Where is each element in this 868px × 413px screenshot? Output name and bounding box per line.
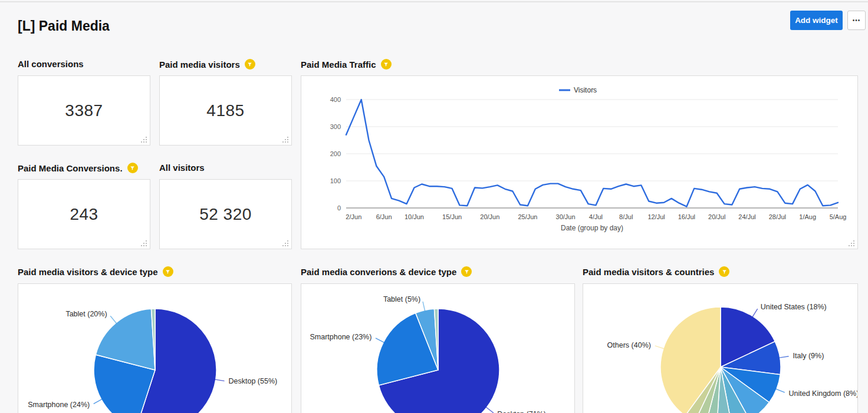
- resize-grip-icon[interactable]: [141, 240, 147, 247]
- kpi-card-all-visitors: 52 320: [159, 179, 292, 249]
- add-widget-button[interactable]: Add widget: [790, 11, 843, 30]
- svg-text:2/Jun: 2/Jun: [346, 213, 361, 220]
- page-top-divider: [0, 1, 868, 2]
- kpi-value: 4185: [160, 76, 291, 145]
- kpi-value: 3387: [18, 76, 150, 145]
- kpi-title-all-visitors: All visitors: [159, 163, 205, 173]
- pie-visitors-countries-title: Paid media visitors & countries: [583, 266, 729, 277]
- kpi-card-paid-media-visitors: 4185: [159, 75, 292, 146]
- kpi-value: 52 320: [160, 180, 291, 249]
- svg-text:400: 400: [330, 96, 341, 103]
- svg-text:12/Jul: 12/Jul: [647, 213, 665, 220]
- svg-text:United Kingdom (8%): United Kingdom (8%): [789, 389, 857, 398]
- kpi-title-paid-media-conversions: Paid Media Conversions.: [18, 163, 138, 173]
- svg-text:Others (40%): Others (40%): [607, 341, 651, 349]
- svg-text:10/Jun: 10/Jun: [405, 213, 424, 220]
- svg-text:Tablet (5%): Tablet (5%): [383, 295, 420, 303]
- svg-text:5/Aug: 5/Aug: [830, 213, 847, 220]
- svg-text:28/Jul: 28/Jul: [769, 213, 786, 220]
- svg-text:Desktop (55%): Desktop (55%): [228, 377, 277, 385]
- svg-text:100: 100: [330, 177, 341, 184]
- svg-text:1/Aug: 1/Aug: [799, 213, 816, 220]
- pie-chart-visitors-device: Desktop (55%)Smartphone (24%)Tablet (20%…: [18, 284, 291, 413]
- svg-text:20/Jun: 20/Jun: [480, 213, 499, 220]
- svg-text:15/Jun: 15/Jun: [442, 213, 462, 220]
- filter-icon[interactable]: [719, 266, 729, 277]
- svg-text:200: 200: [330, 150, 341, 157]
- resize-grip-icon[interactable]: [141, 137, 147, 143]
- svg-text:25/Jun: 25/Jun: [518, 213, 537, 220]
- traffic-chart-card: 01002003004002/Jun6/Jun10/Jun15/Jun20/Ju…: [301, 75, 858, 249]
- svg-text:8/Jul: 8/Jul: [619, 213, 633, 220]
- pie-visitors-device-card: Desktop (55%)Smartphone (24%)Tablet (20%…: [18, 283, 292, 413]
- svg-text:30/Jun: 30/Jun: [556, 213, 576, 220]
- filter-icon[interactable]: [461, 266, 472, 277]
- kpi-card-paid-media-conversions: 243: [18, 179, 150, 249]
- kpi-value: 243: [18, 180, 150, 249]
- svg-text:Smartphone (23%): Smartphone (23%): [310, 333, 371, 341]
- svg-text:4/Jul: 4/Jul: [589, 213, 603, 220]
- svg-text:Tablet (20%): Tablet (20%): [65, 310, 107, 318]
- filter-icon[interactable]: [381, 59, 392, 70]
- svg-text:Visitors: Visitors: [574, 86, 597, 94]
- svg-text:300: 300: [330, 123, 341, 130]
- kpi-title-paid-media-visitors: Paid media visitors: [159, 59, 255, 70]
- svg-text:Date (group by day): Date (group by day): [561, 224, 623, 232]
- traffic-line-chart: 01002003004002/Jun6/Jun10/Jun15/Jun20/Ju…: [301, 76, 857, 249]
- kpi-title-all-conversions: All conversions: [18, 59, 84, 69]
- svg-text:0: 0: [337, 204, 341, 212]
- svg-text:Smartphone (24%): Smartphone (24%): [28, 401, 90, 409]
- filter-icon[interactable]: [163, 266, 173, 277]
- pie-chart-visitors-countries: United States (18%)Italy (9%)United King…: [583, 284, 857, 413]
- traffic-chart-title: Paid Media Traffic: [301, 59, 392, 70]
- filter-icon[interactable]: [245, 59, 255, 70]
- resize-grip-icon[interactable]: [282, 137, 289, 143]
- svg-text:Italy (9%): Italy (9%): [793, 352, 824, 360]
- svg-text:20/Jul: 20/Jul: [708, 213, 725, 220]
- pie-conversions-device-title: Paid media converions & device type: [301, 266, 472, 277]
- svg-text:Desktop (71%): Desktop (71%): [497, 410, 546, 413]
- svg-text:16/Jul: 16/Jul: [678, 213, 695, 220]
- pie-visitors-device-title: Paid media visitors & device type: [18, 266, 173, 277]
- more-options-button[interactable]: •••: [847, 11, 866, 30]
- svg-text:24/Jul: 24/Jul: [738, 213, 755, 220]
- filter-icon[interactable]: [127, 163, 138, 173]
- kpi-card-all-conversions: 3387: [18, 75, 150, 146]
- pie-visitors-countries-card: United States (18%)Italy (9%)United King…: [583, 283, 858, 413]
- page-title: [L] Paid Media: [18, 18, 110, 34]
- pie-chart-conversions-device: Desktop (71%)Smartphone (23%)Tablet (5%): [301, 284, 574, 413]
- pie-conversions-device-card: Desktop (71%)Smartphone (23%)Tablet (5%): [301, 283, 575, 413]
- svg-text:6/Jun: 6/Jun: [376, 213, 392, 220]
- svg-text:United States (18%): United States (18%): [761, 303, 827, 311]
- resize-grip-icon[interactable]: [849, 240, 855, 247]
- resize-grip-icon[interactable]: [282, 240, 289, 247]
